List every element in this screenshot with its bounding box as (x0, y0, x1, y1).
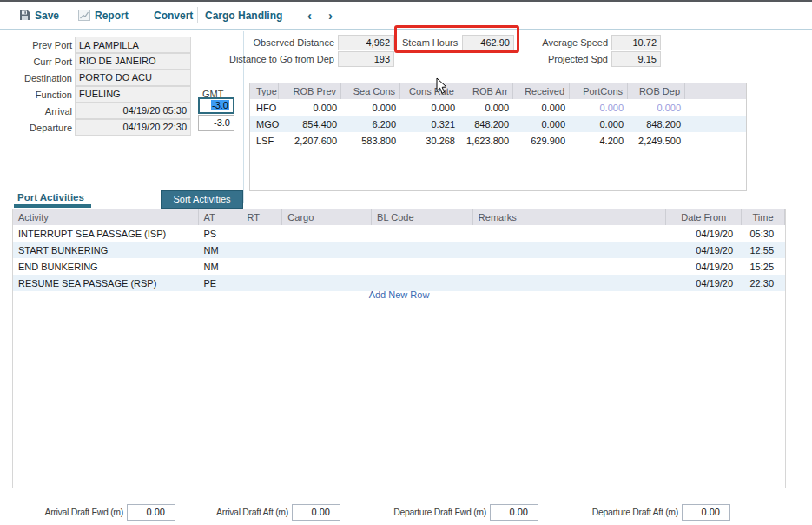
bunker-value-cell: 30.268 (400, 132, 459, 149)
tab-port-activities[interactable]: Port Activities (17, 192, 84, 203)
bunker-row: MGO854.4006.2000.321848.2000.0000.000848… (250, 116, 746, 132)
convert-label: Convert (154, 10, 193, 22)
field-value-box: LA PAMPILLA (75, 37, 191, 53)
draft-group: Departure Draft Aft (m)0.00 (569, 503, 730, 521)
draft-group: Departure Draft Fwd (m)0.00 (379, 503, 538, 521)
field-value-box: RIO DE JANEIRO (75, 53, 191, 70)
activities-column-header: Activity (13, 209, 199, 225)
bunker-column-header: Type (250, 83, 279, 99)
toolbar-separator (197, 7, 198, 23)
bunker-type-cell: LSF (250, 132, 279, 149)
add-new-row-link[interactable]: Add New Row (13, 289, 785, 300)
report-label: Report (95, 10, 129, 22)
bunker-value-cell: 854.400 (279, 116, 341, 132)
sort-activities-button[interactable]: Sort Activities (161, 190, 243, 209)
field-label: Destination (2, 73, 75, 83)
voyage-field-row: FunctionFUELING (2, 86, 191, 103)
bunker-table-header: TypeROB PrevSea ConsCons RateROB ArrRece… (250, 83, 746, 99)
bunker-value-cell: 0.000 (513, 99, 570, 116)
gmt-arrival-value: -3.0 (211, 100, 229, 110)
gmt-arrival-input[interactable]: -3.0 (198, 97, 234, 114)
activity-cell (241, 258, 282, 275)
activities-column-header: RT (241, 209, 282, 225)
activity-cell: PS (199, 225, 242, 242)
prev-page-arrow[interactable]: ‹ (307, 2, 312, 29)
bunker-value-cell: 0.321 (400, 116, 459, 132)
bunker-value-cell: 0.000 (513, 116, 570, 132)
activity-cell (241, 225, 282, 242)
average-speed-label: Average Speed (521, 37, 608, 48)
next-page-arrow[interactable]: › (328, 2, 333, 29)
activity-cell (372, 258, 473, 275)
draft-input[interactable]: 0.00 (490, 504, 538, 521)
field-label: Function (2, 90, 75, 100)
activities-table-header: ActivityATRTCargoBL CodeRemarksDate From… (13, 209, 785, 225)
bunker-value-cell: 0.000 (341, 99, 400, 116)
toolbar: Save Report Convert Cargo Handling ‹ › (0, 2, 812, 30)
bunker-column-header: ROB Arr (459, 83, 513, 99)
activities-column-header: AT (199, 209, 242, 225)
bunker-row: LSF2,207.600583.80030.2681,623.800629.90… (250, 132, 746, 149)
activity-cell (473, 258, 666, 275)
bunker-value-cell: 0.000 (279, 99, 341, 116)
bunker-value-cell: 848.200 (459, 116, 513, 132)
field-label: Arrival (2, 106, 75, 116)
voyage-field-row: Prev PortLA PAMPILLA (2, 37, 191, 53)
activity-cell (473, 242, 666, 258)
save-icon (19, 10, 30, 21)
field-value-box: 04/19/20 05:30 (75, 103, 191, 119)
activity-row[interactable]: INTERRUPT SEA PASSAGE (ISP)PS04/19/2005:… (13, 225, 785, 242)
voyage-field-row: DestinationPORTO DO ACU (2, 70, 191, 86)
bunker-column-header: PortCons (570, 83, 628, 99)
bunker-value-cell: 0.000 (459, 99, 513, 116)
distance-to-go-value: 193 (338, 51, 394, 67)
activity-cell: START BUNKERING (13, 242, 199, 258)
average-speed-value: 10.72 (611, 35, 661, 50)
activity-row[interactable]: END BUNKERINGNM04/19/2015:25 (13, 258, 785, 275)
draft-group: Arrival Draft Aft (m)0.00 (189, 503, 340, 521)
cargo-handling-label: Cargo Handling (205, 10, 282, 22)
convert-button[interactable]: Convert (154, 2, 193, 29)
activities-column-header: Cargo (282, 209, 372, 225)
draft-input[interactable]: 0.00 (127, 504, 175, 521)
bunker-table-body: HFO0.0000.0000.0000.0000.0000.0000.000MG… (250, 99, 746, 149)
report-chart-icon (78, 10, 90, 21)
bunker-column-header: Sea Cons (341, 83, 400, 99)
chevron-right-icon: › (328, 8, 333, 23)
bunker-value-cell: 0.000 (570, 99, 628, 116)
activities-column-header: Time (742, 209, 785, 225)
bunker-value-cell: 6.200 (341, 116, 400, 132)
distance-to-go-label: Distance to Go from Dep (219, 54, 334, 64)
activities-column-header: BL Code (372, 209, 473, 225)
activity-cell (473, 225, 666, 242)
field-value-box: PORTO DO ACU (75, 70, 191, 86)
bunker-value-cell: 583.800 (341, 132, 400, 149)
observed-distance-label: Observed Distance (219, 37, 334, 48)
activity-cell: 04/19/20 (666, 242, 742, 258)
gmt-departure-input[interactable]: -3.0 (198, 115, 234, 131)
steam-hours-value: 462.90 (462, 35, 514, 50)
draft-input[interactable]: 0.00 (682, 504, 730, 521)
save-button[interactable]: Save (19, 2, 59, 29)
report-button[interactable]: Report (78, 2, 129, 29)
activity-cell: NM (199, 242, 242, 258)
activity-cell: END BUNKERING (13, 258, 199, 275)
draft-input[interactable]: 0.00 (292, 504, 340, 521)
tab-active-underline (14, 204, 91, 208)
field-label: Prev Port (2, 40, 75, 50)
bunker-table-panel: TypeROB PrevSea ConsCons RateROB ArrRece… (249, 83, 747, 191)
activity-cell (282, 258, 372, 275)
activity-row[interactable]: START BUNKERINGNM04/19/2012:55 (13, 242, 785, 258)
activity-cell: 04/19/20 (666, 225, 742, 242)
activity-cell (372, 242, 473, 258)
bunker-value-cell: 4.200 (570, 132, 628, 149)
projected-spd-value: 9.15 (611, 51, 661, 67)
voyage-field-row: Arrival04/19/20 05:30 (2, 103, 191, 119)
observed-distance-value: 4,962 (338, 35, 394, 50)
bunker-value-cell: 0.000 (570, 116, 628, 132)
activities-column-header: Date From (666, 209, 742, 225)
activity-cell (372, 225, 473, 242)
cargo-handling-button[interactable]: Cargo Handling (205, 2, 282, 29)
activity-cell: NM (199, 258, 242, 275)
field-label: Curr Port (2, 56, 75, 67)
